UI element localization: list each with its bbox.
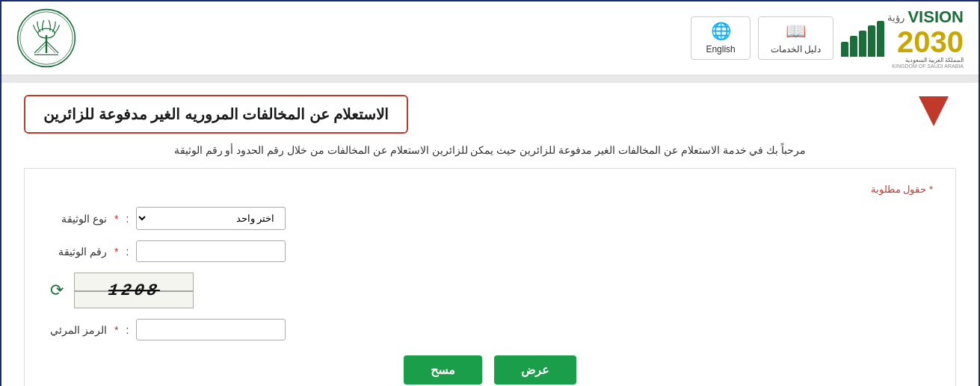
bar-5 bbox=[877, 21, 884, 57]
clear-button[interactable]: مسح bbox=[404, 355, 482, 385]
globe-icon: 🌐 bbox=[711, 22, 731, 41]
services-button[interactable]: 📖 دليل الخدمات bbox=[758, 16, 833, 60]
button-row: عرض مسح bbox=[47, 355, 933, 385]
vision-year: 2030 bbox=[897, 27, 964, 57]
title-row: الاستعلام عن المخالفات المروريه الغير مد… bbox=[24, 83, 956, 141]
required-note: حقول مطلوبة bbox=[47, 184, 933, 195]
arrow-area bbox=[911, 89, 956, 134]
doc-num-label: رقم الوثيقة bbox=[47, 246, 107, 258]
separator-bar bbox=[1, 75, 979, 83]
services-label: دليل الخدمات bbox=[771, 44, 821, 55]
bar-3 bbox=[859, 31, 866, 57]
vision-label-text: رؤية bbox=[887, 12, 905, 23]
captcha-image: 1208 bbox=[74, 273, 194, 308]
display-button[interactable]: عرض bbox=[494, 355, 576, 385]
vision-kingdom: المملكة العربية السعودية bbox=[905, 57, 964, 63]
english-button[interactable]: 🌐 English bbox=[691, 16, 751, 60]
bar-4 bbox=[868, 25, 875, 57]
header-left bbox=[16, 8, 76, 68]
down-arrow-icon bbox=[911, 89, 956, 134]
doc-type-row: اختر واحد : * نوع الوثيقة bbox=[47, 207, 933, 230]
form-area: حقول مطلوبة اختر واحد : * نوع الوثيقة : … bbox=[24, 168, 956, 386]
vision-text: VISION رؤية 2030 المملكة العربية السعودي… bbox=[887, 7, 964, 69]
captcha-label: الرمز المرئي bbox=[47, 324, 107, 336]
captcha-row: 1208 ⟳ bbox=[47, 273, 933, 308]
doc-num-row: : * رقم الوثيقة bbox=[47, 240, 933, 262]
bar-1 bbox=[841, 42, 848, 57]
vision-bars bbox=[841, 19, 884, 57]
doc-num-input[interactable] bbox=[136, 240, 286, 262]
header: 🌐 English 📖 دليل الخدمات VI bbox=[1, 1, 979, 75]
book-icon: 📖 bbox=[786, 22, 806, 41]
vision-logo: VISION رؤية 2030 المملكة العربية السعودي… bbox=[841, 7, 964, 69]
page-title: الاستعلام عن المخالفات المروريه الغير مد… bbox=[43, 106, 389, 122]
doc-type-select[interactable]: اختر واحد bbox=[136, 207, 286, 230]
page-title-banner: الاستعلام عن المخالفات المروريه الغير مد… bbox=[24, 95, 408, 134]
refresh-captcha-button[interactable]: ⟳ bbox=[47, 281, 67, 300]
vision-logo-text: VISION bbox=[907, 7, 964, 27]
svg-marker-5 bbox=[919, 96, 949, 126]
captcha-input-row: : * الرمز المرئي bbox=[47, 319, 933, 340]
saudi-emblem bbox=[16, 8, 76, 68]
captcha-input[interactable] bbox=[136, 319, 286, 340]
vision-kingdom-en: KINGDOM OF SAUDI ARABIA bbox=[892, 63, 964, 69]
main-content: الاستعلام عن المخالفات المروريه الغير مد… bbox=[1, 83, 979, 386]
english-label: English bbox=[706, 44, 735, 55]
header-right: 🌐 English 📖 دليل الخدمات VI bbox=[691, 7, 964, 69]
bar-2 bbox=[850, 36, 857, 57]
welcome-text: مرحباً بك في خدمة الاستعلام عن المخالفات… bbox=[24, 144, 956, 156]
doc-type-label: نوع الوثيقة bbox=[47, 213, 107, 225]
page-container: 🌐 English 📖 دليل الخدمات VI bbox=[0, 0, 980, 386]
